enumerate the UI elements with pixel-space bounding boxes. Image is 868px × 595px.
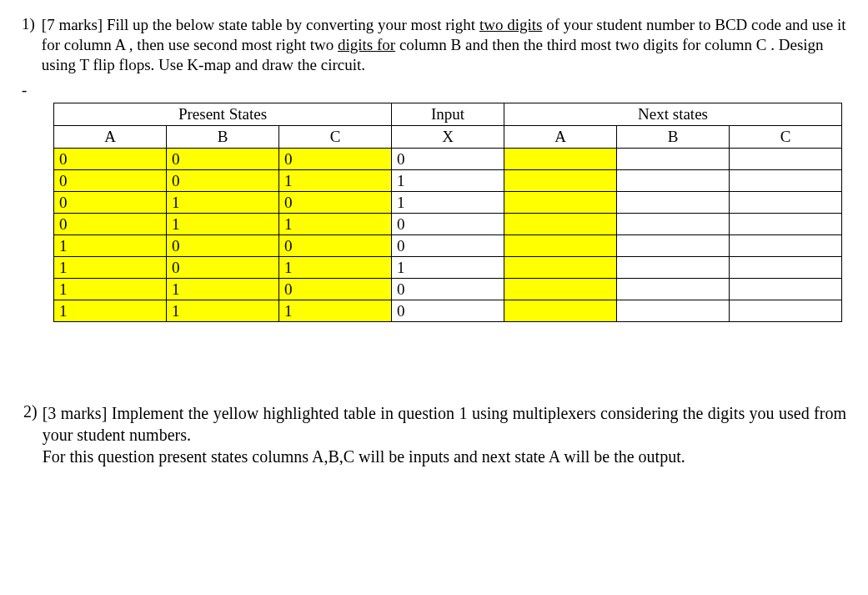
q1-t1: Fill up the below state table by convert… [103,16,479,33]
cell-C: 1 [279,214,392,235]
q1-marks: [7 marks] [42,16,103,33]
cell-nA [504,170,617,192]
cell-nB [617,300,730,322]
col-nB: B [617,126,730,149]
cell-C: 0 [279,235,392,257]
q1-u1: two digits [479,16,542,33]
cell-C: 0 [279,149,392,170]
table-row: 1 0 0 0 [54,235,842,257]
cell-nA [504,214,617,235]
question-1: 1) [7 marks] Fill up the below state tab… [22,15,846,74]
state-table: Present States Input Next states A B C X… [53,103,842,322]
cell-C: 1 [279,257,392,279]
cell-nC [730,257,842,279]
cell-nA [504,257,617,279]
cell-C: 0 [279,279,392,300]
header-present: Present States [54,103,392,126]
col-nC: C [730,126,842,149]
cell-nA [504,149,617,170]
cell-B: 1 [167,300,279,322]
cell-B: 1 [167,192,279,214]
cell-C: 1 [279,170,392,192]
table-row: 1 1 1 0 [54,300,842,322]
cell-nB [617,214,730,235]
cell-X: 0 [392,300,504,322]
q2-number: 2) [22,402,43,421]
q2-l3: For this question present states columns… [43,446,846,467]
table-row: 1 1 0 0 [54,279,842,300]
cell-nC [730,279,842,300]
cell-X: 0 [392,279,504,300]
col-nA: A [504,126,617,149]
table-row: 0 1 0 1 [54,192,842,214]
table-row: 1 0 1 1 [54,257,842,279]
cell-A: 1 [54,235,167,257]
cell-B: 0 [167,235,279,257]
q1-number: 1) [22,15,42,33]
cell-nB [617,279,730,300]
cell-X: 0 [392,149,504,170]
cell-nC [730,170,842,192]
cell-A: 1 [54,257,167,279]
col-X: X [392,126,504,149]
table-row: 0 0 1 1 [54,170,842,192]
cell-nB [617,235,730,257]
header-next: Next states [504,103,842,126]
q1-u2: digits for [338,36,395,53]
cell-B: 1 [167,214,279,235]
cell-nB [617,257,730,279]
cell-B: 1 [167,279,279,300]
cell-X: 1 [392,170,504,192]
cell-X: 0 [392,235,504,257]
cell-nB [617,170,730,192]
cell-A: 0 [54,170,167,192]
cell-A: 0 [54,214,167,235]
header-input: Input [392,103,504,126]
cell-nA [504,235,617,257]
cell-nA [504,279,617,300]
cell-nA [504,192,617,214]
col-C: C [279,126,392,149]
cell-nB [617,149,730,170]
cell-nC [730,300,842,322]
cell-A: 0 [54,192,167,214]
cell-A: 0 [54,149,167,170]
cell-B: 0 [167,257,279,279]
q2-marks: [3 marks] [43,404,108,422]
cell-nC [730,235,842,257]
cell-nA [504,300,617,322]
col-A: A [54,126,167,149]
q2-body: [3 marks] Implement the yellow highlight… [43,402,846,467]
table-row: 0 0 0 0 [54,149,842,170]
cell-A: 1 [54,300,167,322]
q1-body: [7 marks] Fill up the below state table … [42,15,846,74]
cell-X: 0 [392,214,504,235]
cell-X: 1 [392,192,504,214]
q2-l1: Implement the yellow highlighted table i… [43,404,846,444]
cell-nC [730,192,842,214]
cell-C: 0 [279,192,392,214]
cell-C: 1 [279,300,392,322]
sub-header-row: A B C X A B C [54,126,842,149]
cell-nC [730,149,842,170]
cell-X: 1 [392,257,504,279]
dash-mark: - [22,81,846,99]
cell-B: 0 [167,149,279,170]
cell-nB [617,192,730,214]
col-B: B [167,126,279,149]
cell-nC [730,214,842,235]
question-2: 2) [3 marks] Implement the yellow highli… [22,402,846,467]
cell-A: 1 [54,279,167,300]
table-row: 0 1 1 0 [54,214,842,235]
group-header-row: Present States Input Next states [54,103,842,126]
cell-B: 0 [167,170,279,192]
